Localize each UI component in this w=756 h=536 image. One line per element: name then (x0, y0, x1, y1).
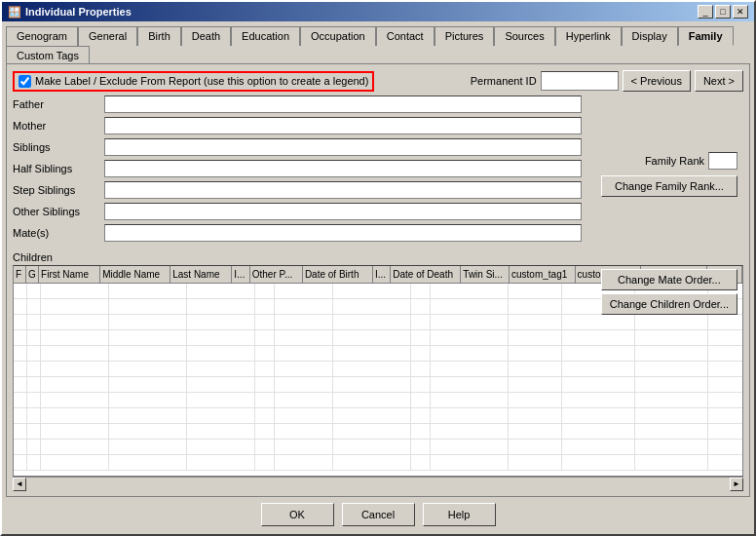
table-cell (14, 408, 27, 424)
next-button[interactable]: Next > (695, 70, 743, 92)
table-cell (275, 346, 333, 362)
minimize-button[interactable]: _ (698, 5, 713, 19)
table-cell (14, 455, 27, 471)
table-cell (187, 330, 255, 346)
table-cell (509, 455, 562, 471)
mates-row: Mate(s) Change Mate Order... Change Chil… (13, 224, 743, 242)
table-cell (27, 440, 41, 455)
tab-birth[interactable]: Birth (137, 26, 181, 46)
table-cell (431, 377, 509, 393)
table-cell (14, 377, 27, 393)
tab-family[interactable]: Family (678, 26, 734, 46)
change-mate-order-button[interactable]: Change Mate Order... (601, 269, 737, 290)
other-siblings-input[interactable] (104, 203, 582, 220)
tab-sources[interactable]: Sources (494, 26, 554, 46)
table-cell (255, 315, 275, 330)
scrollbar-track (26, 479, 730, 490)
step-siblings-input[interactable] (104, 181, 582, 199)
table-cell (333, 408, 411, 424)
table-cell (333, 362, 411, 377)
table-cell (275, 408, 333, 424)
scroll-left-button[interactable]: ◄ (13, 478, 26, 491)
table-cell (333, 377, 411, 393)
table-row (14, 455, 742, 471)
tab-custom-tags[interactable]: Custom Tags (6, 46, 90, 64)
table-cell (109, 424, 187, 440)
family-rank-input[interactable] (708, 152, 737, 170)
half-siblings-input[interactable] (104, 160, 582, 177)
table-cell (255, 440, 275, 455)
family-tab-panel: Make Label / Exclude From Report (use th… (6, 63, 750, 497)
father-label: Father (13, 98, 100, 110)
table-cell (41, 330, 109, 346)
table-cell (411, 362, 431, 377)
table-cell (708, 393, 742, 408)
table-cell (431, 455, 509, 471)
ok-button[interactable]: OK (261, 503, 334, 526)
col-header-middle-name: Middle Name (100, 266, 170, 283)
table-cell (275, 362, 333, 377)
table-cell (635, 346, 708, 362)
table-cell (14, 299, 27, 315)
perm-id-input[interactable] (541, 71, 619, 91)
table-cell (562, 424, 635, 440)
table-cell (27, 284, 41, 299)
horizontal-scrollbar: ◄ ► (13, 477, 743, 490)
table-cell (187, 299, 255, 315)
change-children-order-button[interactable]: Change Children Order... (601, 293, 737, 315)
table-cell (635, 393, 708, 408)
table-cell (708, 440, 742, 455)
tab-education[interactable]: Education (231, 26, 300, 46)
table-cell (333, 424, 411, 440)
tab-contact[interactable]: Contact (376, 26, 435, 46)
table-cell (27, 362, 41, 377)
change-family-rank-button[interactable]: Change Family Rank... (601, 175, 737, 197)
tab-death[interactable]: Death (181, 26, 231, 46)
col-header-dod: Date of Death (391, 266, 461, 283)
table-cell (275, 440, 333, 455)
exclude-from-report-checkbox[interactable] (19, 75, 31, 88)
tab-display[interactable]: Display (622, 26, 678, 46)
table-cell (109, 284, 187, 299)
tab-hyperlink[interactable]: Hyperlink (555, 26, 622, 46)
maximize-button[interactable]: □ (715, 5, 731, 19)
col-header-f: F (14, 266, 26, 283)
checkbox-label-box: Make Label / Exclude From Report (use th… (13, 71, 374, 92)
mates-input[interactable] (104, 224, 582, 242)
mother-input[interactable] (104, 117, 582, 134)
previous-button[interactable]: < Previous (623, 70, 691, 92)
table-cell (509, 393, 562, 408)
family-rank-label: Family Rank (645, 155, 704, 167)
table-row (14, 393, 742, 408)
father-input[interactable] (104, 96, 582, 113)
table-cell (27, 408, 41, 424)
siblings-input[interactable] (104, 138, 582, 156)
table-cell (27, 455, 41, 471)
tab-genogram[interactable]: Genogram (6, 26, 78, 46)
table-cell (255, 330, 275, 346)
col-header-i2: I... (373, 266, 391, 283)
col-header-i1: I... (232, 266, 249, 283)
tab-pictures[interactable]: Pictures (435, 26, 495, 46)
table-cell (109, 315, 187, 330)
table-cell (187, 424, 255, 440)
content-area: Genogram General Birth Death Education O… (2, 21, 754, 534)
table-cell (431, 284, 509, 299)
scroll-right-button[interactable]: ► (730, 478, 743, 491)
table-cell (255, 299, 275, 315)
col-header-g: G (26, 266, 39, 283)
help-button[interactable]: Help (423, 503, 496, 526)
table-row (14, 346, 742, 362)
table-cell (333, 315, 411, 330)
table-cell (411, 284, 431, 299)
close-button[interactable]: ✕ (733, 5, 748, 19)
title-bar: 🪟 Individual Properties _ □ ✕ (2, 2, 754, 21)
tab-occupation[interactable]: Occupation (300, 26, 376, 46)
table-row (14, 330, 742, 346)
table-cell (275, 377, 333, 393)
cancel-button[interactable]: Cancel (342, 503, 415, 526)
table-cell (509, 408, 562, 424)
tab-general[interactable]: General (78, 26, 137, 46)
table-cell (509, 377, 562, 393)
table-cell (509, 424, 562, 440)
